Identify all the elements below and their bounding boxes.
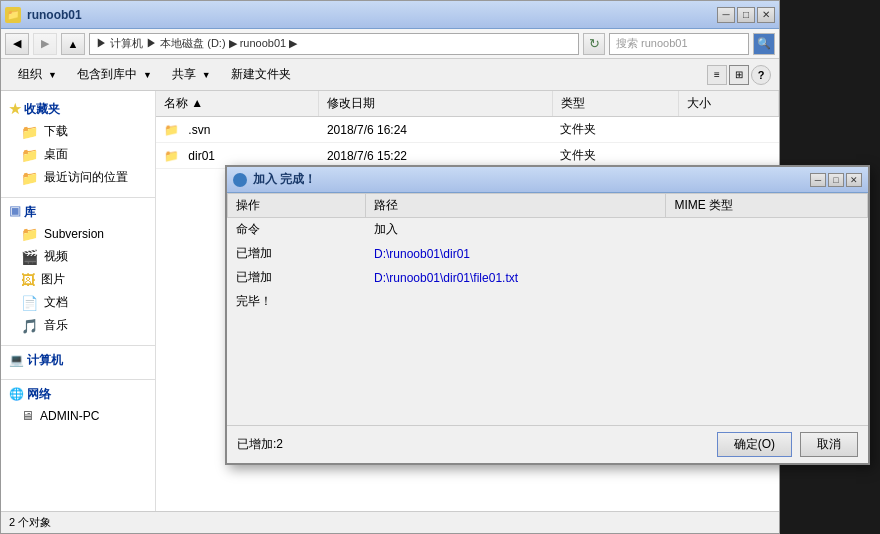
sidebar-item-pictures[interactable]: 🖼 图片	[1, 268, 155, 291]
window-icon: 📁	[5, 7, 21, 23]
file-name: dir01	[188, 149, 215, 163]
computer-section: 💻 计算机	[1, 350, 155, 371]
organize-button[interactable]: 组织 ▼	[9, 62, 66, 87]
title-bar: 📁 runoob01 ─ □ ✕	[1, 1, 779, 29]
file-folder-icon: 📁	[164, 123, 179, 137]
dialog-maximize-button[interactable]: □	[828, 173, 844, 187]
favorites-header[interactable]: ★ 收藏夹	[1, 99, 155, 120]
toolbar: 组织 ▼ 包含到库中 ▼ 共享 ▼ 新建文件夹 ≡ ⊞ ?	[1, 59, 779, 91]
back-button[interactable]: ◀	[5, 33, 29, 55]
file-name-cell: 📁 .svn	[156, 117, 319, 143]
up-button[interactable]: ▲	[61, 33, 85, 55]
share-button[interactable]: 共享 ▼	[163, 62, 220, 87]
video-icon: 🎬	[21, 249, 38, 265]
recent-icon: 📁	[21, 170, 38, 186]
desktop-icon: 📁	[21, 147, 38, 163]
favorites-section: ★ 收藏夹 📁 下载 📁 桌面 📁 最近访问的位置	[1, 99, 155, 189]
dialog-content: 操作 路径 MIME 类型 命令 加入 已增加 D:\runoob01\dir0…	[227, 193, 868, 425]
footer-count: 已增加:2	[237, 436, 709, 453]
close-button[interactable]: ✕	[757, 7, 775, 23]
search-go-button[interactable]: 🔍	[753, 33, 775, 55]
dialog-title: 加入 完成！	[253, 171, 808, 188]
dialog-mime-cell	[666, 218, 868, 242]
sidebar-item-recent[interactable]: 📁 最近访问的位置	[1, 166, 155, 189]
refresh-button[interactable]: ↻	[583, 33, 605, 55]
cancel-button[interactable]: 取消	[800, 432, 858, 457]
library-section: ▣ 库 📁 Subversion 🎬 视频 🖼 图片 📄 文档	[1, 202, 155, 337]
dialog-minimize-button[interactable]: ─	[810, 173, 826, 187]
dialog-op-cell: 完毕！	[228, 290, 366, 314]
subversion-icon: 📁	[21, 226, 38, 242]
share-chevron: ▼	[202, 70, 211, 80]
dialog-table-row: 已增加 D:\runoob01\dir01	[228, 242, 868, 266]
file-size-cell	[679, 117, 779, 143]
dialog-col-op: 操作	[228, 194, 366, 218]
col-date[interactable]: 修改日期	[319, 91, 553, 117]
dialog-path-cell: D:\runoob01\dir01\file01.txt	[366, 266, 666, 290]
sidebar-item-subversion[interactable]: 📁 Subversion	[1, 223, 155, 245]
file-name: .svn	[188, 123, 210, 137]
network-section: 🌐 网络 🖥 ADMIN-PC	[1, 384, 155, 426]
include-button[interactable]: 包含到库中 ▼	[68, 62, 161, 87]
file-folder-icon: 📁	[164, 149, 179, 163]
computer-header[interactable]: 💻 计算机	[1, 350, 155, 371]
network-header[interactable]: 🌐 网络	[1, 384, 155, 405]
include-chevron: ▼	[143, 70, 152, 80]
favorites-label: 收藏夹	[24, 102, 60, 116]
computer-label: 计算机	[27, 353, 63, 367]
documents-icon: 📄	[21, 295, 38, 311]
search-field[interactable]: 搜索 runoob01	[609, 33, 749, 55]
sidebar-item-music[interactable]: 🎵 音乐	[1, 314, 155, 337]
sidebar: ★ 收藏夹 📁 下载 📁 桌面 📁 最近访问的位置	[1, 91, 156, 511]
network-label: 网络	[27, 387, 51, 401]
sidebar-item-video[interactable]: 🎬 视频	[1, 245, 155, 268]
address-text: ▶ 计算机 ▶ 本地磁盘 (D:) ▶ runoob01 ▶	[96, 36, 297, 51]
dialog-window: 加入 完成！ ─ □ ✕ 操作 路径 MIME 类型	[225, 165, 870, 465]
sidebar-item-downloads[interactable]: 📁 下载	[1, 120, 155, 143]
minimize-button[interactable]: ─	[717, 7, 735, 23]
dialog-table: 操作 路径 MIME 类型 命令 加入 已增加 D:\runoob01\dir0…	[227, 193, 868, 314]
sidebar-item-desktop[interactable]: 📁 桌面	[1, 143, 155, 166]
maximize-button[interactable]: □	[737, 7, 755, 23]
forward-button[interactable]: ▶	[33, 33, 57, 55]
organize-chevron: ▼	[48, 70, 57, 80]
dialog-mime-cell	[666, 242, 868, 266]
col-name[interactable]: 名称 ▲	[156, 91, 319, 117]
music-icon: 🎵	[21, 318, 38, 334]
sidebar-item-admin-pc[interactable]: 🖥 ADMIN-PC	[1, 405, 155, 426]
list-view-button[interactable]: ≡	[707, 65, 727, 85]
file-date-cell: 2018/7/6 16:24	[319, 117, 553, 143]
details-view-button[interactable]: ⊞	[729, 65, 749, 85]
dialog-table-row: 命令 加入	[228, 218, 868, 242]
sidebar-divider-2	[1, 345, 155, 346]
dialog-path-cell	[366, 290, 666, 314]
status-text: 2 个对象	[9, 515, 51, 530]
col-size[interactable]: 大小	[679, 91, 779, 117]
table-row[interactable]: 📁 .svn 2018/7/6 16:24 文件夹	[156, 117, 779, 143]
dialog-col-path: 路径	[366, 194, 666, 218]
file-type-cell: 文件夹	[552, 117, 678, 143]
sidebar-divider-3	[1, 379, 155, 380]
library-header[interactable]: ▣ 库	[1, 202, 155, 223]
dialog-path-cell: D:\runoob01\dir01	[366, 242, 666, 266]
dialog-close-button[interactable]: ✕	[846, 173, 862, 187]
dialog-op-cell: 已增加	[228, 266, 366, 290]
dialog-op-cell: 已增加	[228, 242, 366, 266]
view-buttons: ≡ ⊞ ?	[707, 65, 771, 85]
dialog-header-row: 操作 路径 MIME 类型	[228, 194, 868, 218]
ok-button[interactable]: 确定(O)	[717, 432, 792, 457]
status-bar: 2 个对象	[1, 511, 779, 533]
sidebar-item-documents[interactable]: 📄 文档	[1, 291, 155, 314]
new-folder-button[interactable]: 新建文件夹	[222, 62, 300, 87]
file-table: 名称 ▲ 修改日期 类型 大小 📁	[156, 91, 779, 169]
downloads-icon: 📁	[21, 124, 38, 140]
help-button[interactable]: ?	[751, 65, 771, 85]
dialog-path-cell: 加入	[366, 218, 666, 242]
address-field[interactable]: ▶ 计算机 ▶ 本地磁盘 (D:) ▶ runoob01 ▶	[89, 33, 579, 55]
dialog-icon	[233, 173, 247, 187]
dialog-table-row: 完毕！	[228, 290, 868, 314]
col-type[interactable]: 类型	[552, 91, 678, 117]
search-placeholder: 搜索 runoob01	[616, 36, 688, 51]
dialog-op-cell: 命令	[228, 218, 366, 242]
dialog-footer: 已增加:2 确定(O) 取消	[227, 425, 868, 463]
